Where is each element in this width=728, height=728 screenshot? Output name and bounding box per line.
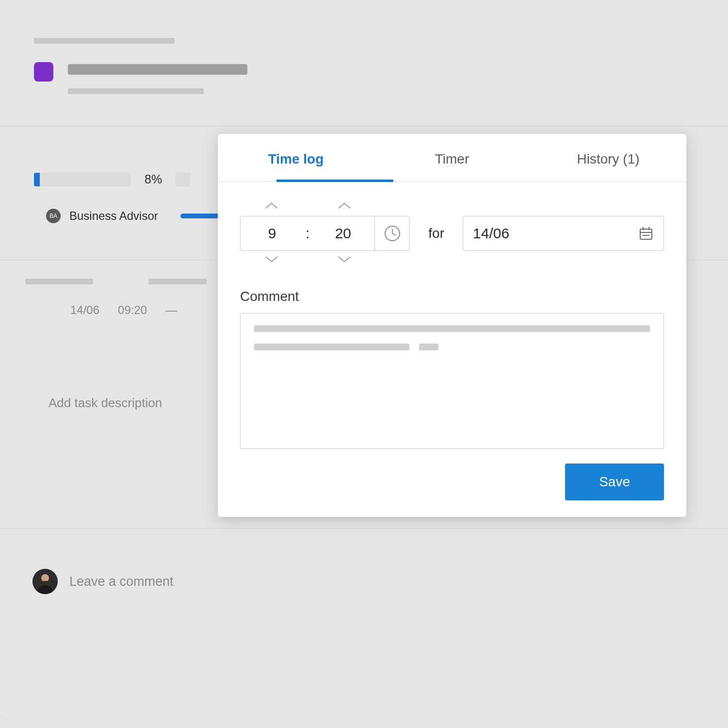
progress-row: 8%: [34, 172, 190, 186]
date-input[interactable]: 14/06: [473, 225, 509, 242]
calendar-icon[interactable]: [638, 226, 654, 241]
leave-comment-input[interactable]: Leave a comment: [69, 574, 174, 589]
app-canvas: 8% BA Business Advisor 14/06 09:20 — Add…: [0, 0, 728, 728]
meta-time: 09:20: [118, 303, 147, 317]
minutes-input[interactable]: 20: [311, 225, 374, 242]
meta-label-placeholder-2: [148, 279, 207, 284]
tab-timer[interactable]: Timer: [374, 134, 530, 182]
assignee-progress-bar: [180, 214, 219, 218]
assignee-avatar[interactable]: BA: [46, 209, 61, 223]
comment-label: Comment: [240, 289, 664, 304]
comment-placeholder-line: [254, 344, 650, 350]
progress-bar[interactable]: [34, 173, 131, 186]
task-subtitle-placeholder: [68, 88, 204, 94]
time-colon: :: [304, 225, 311, 242]
tab-time-log[interactable]: Time log: [218, 134, 374, 182]
meta-row: 14/06 09:20 —: [70, 303, 177, 317]
time-stepper-block: 9 : 20: [240, 201, 410, 265]
popover-tabs: Time log Timer History (1): [218, 134, 686, 182]
title-row: [34, 62, 247, 82]
svg-point-1: [41, 574, 49, 582]
assignee-row: BA Business Advisor: [46, 209, 158, 223]
task-description-input[interactable]: Add task description: [49, 396, 162, 411]
task-color-badge: [34, 62, 53, 82]
user-icon: [32, 569, 58, 594]
meta-date: 14/06: [70, 303, 99, 317]
date-input-group[interactable]: 14/06: [463, 216, 664, 251]
time-input-group: 9 : 20: [240, 216, 410, 251]
save-button[interactable]: Save: [565, 463, 664, 500]
chevron-down-icon[interactable]: [338, 255, 351, 264]
progress-percent: 8%: [145, 172, 162, 186]
tab-history[interactable]: History (1): [530, 134, 686, 182]
breadcrumb-placeholder: [34, 38, 175, 44]
progress-fill: [34, 173, 40, 186]
meta-label-placeholder-1: [25, 279, 93, 284]
clock-icon: [384, 225, 401, 242]
hours-input[interactable]: 9: [241, 225, 304, 242]
comment-footer-row: Leave a comment: [32, 569, 174, 594]
task-title-placeholder: [68, 64, 247, 75]
tab-underline: [276, 180, 394, 182]
svg-rect-6: [640, 229, 652, 239]
assignee-name: Business Advisor: [69, 209, 158, 223]
current-user-avatar[interactable]: [32, 569, 58, 594]
divider: [0, 528, 728, 529]
task-card: 8% BA Business Advisor 14/06 09:20 — Add…: [0, 0, 728, 728]
progress-bar-secondary: [176, 173, 190, 186]
time-entry-row: 9 : 20: [240, 201, 664, 265]
meta-dash: —: [165, 303, 177, 317]
svg-line-5: [392, 233, 396, 235]
comment-placeholder-line: [254, 325, 650, 332]
for-label: for: [428, 226, 444, 241]
chevron-up-icon[interactable]: [338, 201, 351, 210]
clock-button[interactable]: [374, 216, 409, 251]
comment-textarea[interactable]: [240, 313, 664, 449]
save-row: Save: [240, 463, 664, 500]
chevron-up-icon[interactable]: [265, 201, 278, 210]
svg-rect-2: [42, 581, 48, 584]
popover-body: 9 : 20: [218, 182, 686, 517]
chevron-down-icon[interactable]: [265, 255, 278, 264]
time-log-popover: Time log Timer History (1): [218, 134, 686, 517]
divider: [0, 126, 728, 126]
